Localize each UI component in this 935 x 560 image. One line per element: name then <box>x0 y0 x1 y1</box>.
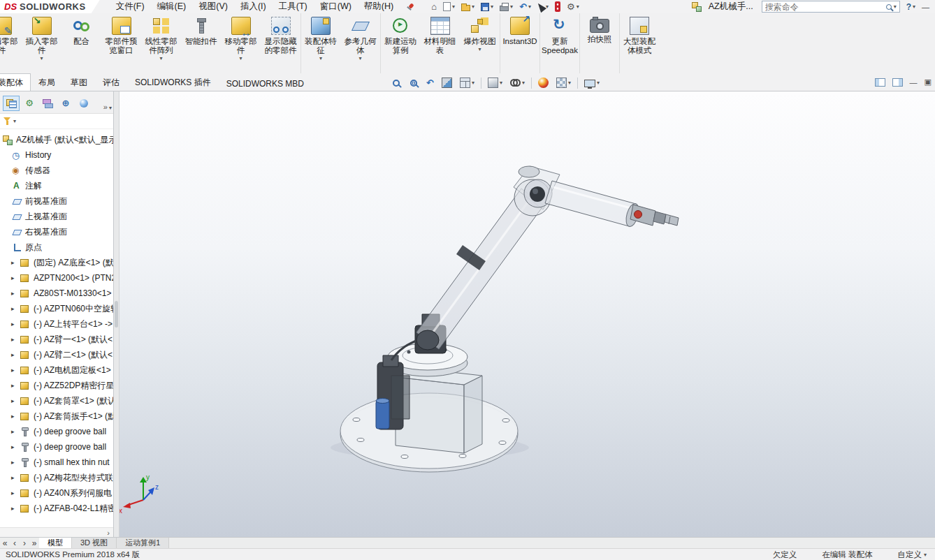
menu-item[interactable]: 帮助(H) <box>358 0 400 14</box>
ribbon-button[interactable]: 编辑零部件 ▾ <box>0 13 22 73</box>
tree-item[interactable]: ▸ (-) AZ臂二<1> (默认< <box>0 347 113 362</box>
ribbon-button[interactable]: 爆炸视图 ▾ <box>460 13 500 73</box>
expand-arrow-icon[interactable]: ▸ <box>11 336 20 343</box>
tree-item[interactable]: ▸ (-) AZZ52DP精密行星 <box>0 378 113 393</box>
tab-assembly[interactable]: 装配体 <box>0 73 31 91</box>
tab-motion-study[interactable]: 运动算例1 <box>117 538 169 548</box>
dropdown-caret-icon[interactable]: ▾ <box>319 55 322 61</box>
tree-item[interactable]: ▸ (-) AZ臂一<1> (默认< <box>0 332 113 347</box>
menu-item[interactable]: 插入(I) <box>234 0 273 14</box>
tree-horizontal-scrollbar[interactable]: › <box>0 527 113 537</box>
tree-item[interactable]: ▸ AZ80ST-M01330<1> <box>0 286 113 301</box>
open-button[interactable]: ▾ <box>459 1 477 13</box>
tree-item[interactable]: ▸ 右视基准面 <box>0 224 113 240</box>
ribbon-button[interactable]: Instant3D ▾ <box>500 13 539 73</box>
tree-item[interactable]: ▸ 上视基准面 <box>0 209 113 224</box>
tree-item[interactable]: ▸ (-) AZFAB-042-L1精密 <box>0 501 113 516</box>
expand-arrow-icon[interactable]: ▸ <box>11 259 20 266</box>
tab-3d-views[interactable]: 3D 视图 <box>72 538 117 548</box>
expand-arrow-icon[interactable]: ▸ <box>11 428 20 435</box>
displaymanager-tab[interactable] <box>75 96 92 111</box>
ribbon-button[interactable]: 材料明细表 ▾ <box>420 13 460 73</box>
home-button[interactable]: ⌂ <box>429 1 439 13</box>
menu-item[interactable]: 编辑(E) <box>151 0 193 14</box>
chevron-down-icon[interactable]: ▾ <box>109 105 112 111</box>
doc-restore-icon[interactable]: ▣ <box>925 78 932 87</box>
tree-filter-row[interactable]: ▾ <box>0 114 113 129</box>
search-icon[interactable] <box>886 4 892 10</box>
configurationmanager-tab[interactable] <box>39 96 56 111</box>
print-button[interactable]: ▾ <box>498 1 515 13</box>
zoom-area-button[interactable] <box>407 78 420 89</box>
pane-right-icon[interactable] <box>892 78 903 87</box>
menu-item[interactable]: 工具(T) <box>273 0 314 14</box>
dimxpertmanager-tab[interactable]: ⊕ <box>57 96 74 111</box>
ribbon-button[interactable]: 拍快照 ▾ <box>579 13 619 73</box>
ribbon-button[interactable]: 新建运动算例 ▾ <box>380 13 420 73</box>
first-tab-icon[interactable]: « <box>0 538 10 548</box>
tab-solidworks-mbd[interactable]: SOLIDWORKS MBD <box>219 75 312 91</box>
menu-item[interactable]: 窗口(W) <box>314 0 358 14</box>
tree-item[interactable]: ▸ History <box>0 147 113 163</box>
featuremanager-tab[interactable] <box>3 96 20 111</box>
select-button[interactable]: ▾ <box>535 1 551 13</box>
tree-item[interactable]: ▸ (-) deep groove ball <box>0 439 113 455</box>
tree-item[interactable]: ▸ (-) AZ套筒罩<1> (默认 <box>0 393 113 408</box>
ribbon-button[interactable]: 装配体特征 ▾ <box>300 13 340 73</box>
chevron-down-icon[interactable]: ▾ <box>894 3 897 10</box>
resources-button[interactable] <box>553 1 563 13</box>
expand-arrow-icon[interactable]: ▸ <box>11 505 20 512</box>
expand-arrow-icon[interactable]: ▸ <box>11 413 20 420</box>
tab-model[interactable]: 模型 <box>39 538 72 548</box>
expand-arrow-icon[interactable]: ▸ <box>11 305 20 312</box>
panel-splitter[interactable] <box>114 91 119 537</box>
tab-layout[interactable]: 布局 <box>31 73 63 91</box>
ribbon-button[interactable]: 配合 ▾ <box>61 13 101 73</box>
customize-menu[interactable]: 自定义 ▾ <box>897 550 927 560</box>
tree-item[interactable]: ▸ 前视基准面 <box>0 193 113 209</box>
doc-minimize-icon[interactable]: — <box>910 78 918 87</box>
tree-item[interactable]: ▸ (-) AZ套筒扳手<1> (默 <box>0 408 113 424</box>
dropdown-caret-icon[interactable]: ▾ <box>159 55 162 61</box>
ribbon-button[interactable]: 智能扣件 ▾ <box>181 13 221 73</box>
ribbon-button[interactable]: 线性零部件阵列 ▾ <box>141 13 181 73</box>
ribbon-button[interactable]: 更新Speedpak ▾ <box>539 13 579 73</box>
tree-item[interactable]: ▸ (-) AZ梅花型夹持式联 <box>0 470 113 485</box>
expand-arrow-icon[interactable]: ▸ <box>11 382 20 389</box>
minimize-button[interactable]: — <box>919 3 935 11</box>
tree-item[interactable]: ▸ (-) AZ电机固定板<1> <box>0 362 113 378</box>
expand-arrow-icon[interactable]: ▸ <box>11 443 20 450</box>
expand-arrow-icon[interactable]: ▸ <box>11 320 20 327</box>
ribbon-button[interactable]: 插入零部件 ▾ <box>22 13 61 73</box>
tree-item[interactable]: ▸ (-) AZ40N系列伺服电 <box>0 485 113 501</box>
expand-arrow-icon[interactable]: ▸ <box>11 274 20 281</box>
dropdown-caret-icon[interactable]: ▾ <box>478 46 481 52</box>
ribbon-button[interactable]: 移动零部件 ▾ <box>221 13 261 73</box>
help-button[interactable]: ?▾ <box>903 2 919 12</box>
expand-arrow-icon[interactable]: ▸ <box>11 367 20 374</box>
pin-icon[interactable] <box>405 3 414 11</box>
tree-item[interactable]: ▸ (-) AZPTN060中空旋转 <box>0 301 113 316</box>
panel-tabs-overflow-icon[interactable]: » <box>103 103 108 111</box>
previous-view-button[interactable]: ↶ <box>425 77 435 89</box>
ribbon-button[interactable]: 显示隐藏的零部件 ▾ <box>261 13 300 73</box>
tab-sketch[interactable]: 草图 <box>63 73 95 91</box>
splitter-handle-icon[interactable] <box>115 301 118 327</box>
view-orientation-button[interactable]: ▾ <box>458 77 476 89</box>
tree-item[interactable]: ▸ 原点 <box>0 240 113 255</box>
dropdown-caret-icon[interactable]: ▾ <box>40 55 43 61</box>
tree-item[interactable]: ▸ AZ机械手 (默认<默认_显示 <box>0 132 113 147</box>
expand-arrow-icon[interactable]: ▸ <box>11 290 20 297</box>
edit-appearance-button[interactable] <box>537 77 550 89</box>
section-view-button[interactable] <box>440 77 454 89</box>
ribbon-button[interactable]: 大型装配体模式 ▾ <box>619 13 659 73</box>
ribbon-button[interactable]: 参考几何体 ▾ <box>340 13 380 73</box>
expand-arrow-icon[interactable]: ▸ <box>11 351 20 358</box>
tree-item[interactable]: ▸ (固定) AZ底座<1> (默 <box>0 255 113 270</box>
ribbon-button[interactable]: 零部件预览窗口 ▾ <box>101 13 141 73</box>
search-input[interactable] <box>765 2 886 12</box>
dropdown-caret-icon[interactable]: ▾ <box>239 55 242 61</box>
menu-item[interactable]: 视图(V) <box>192 0 234 14</box>
undo-button[interactable]: ↶▾ <box>517 1 533 13</box>
tree-item[interactable]: ▸ (-) small hex thin nut <box>0 455 113 470</box>
